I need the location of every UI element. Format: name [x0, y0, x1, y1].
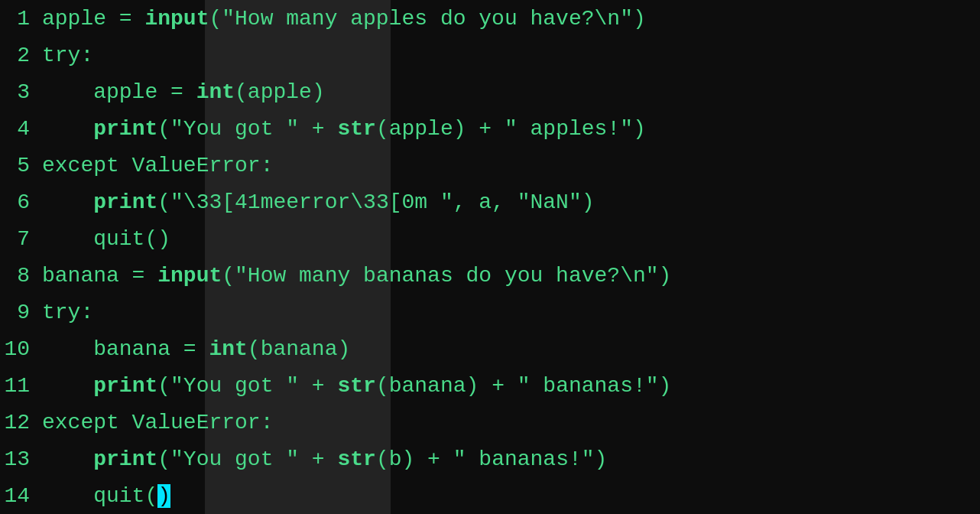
- table-row: 2 try:: [0, 37, 980, 73]
- table-row: 3 apple = int(apple): [0, 73, 980, 110]
- table-row: 1 apple = input("How many apples do you …: [0, 0, 980, 37]
- table-row: 7 quit(): [0, 220, 980, 257]
- line-number: 10: [0, 337, 42, 361]
- code-content: except ValueError:: [42, 411, 273, 434]
- code-editor: 1 apple = input("How many apples do you …: [0, 0, 980, 514]
- code-content: print("You got " + str(apple) + " apples…: [42, 117, 646, 141]
- line-number: 11: [0, 374, 42, 398]
- line-number: 8: [0, 264, 42, 288]
- line-number: 13: [0, 447, 42, 471]
- code-content: print("You got " + str(b) + " bananas!"): [42, 447, 607, 471]
- code-content: banana = input("How many bananas do you …: [42, 264, 671, 288]
- code-content: quit(): [42, 227, 170, 251]
- code-content: quit(): [42, 484, 170, 508]
- table-row: 12 except ValueError:: [0, 404, 980, 441]
- table-row: 8 banana = input("How many bananas do yo…: [0, 257, 980, 294]
- code-content: try:: [42, 301, 93, 324]
- line-number: 9: [0, 301, 42, 324]
- line-number: 6: [0, 190, 42, 214]
- code-content: print("\33[41meerror\33[0m ", a, "NaN"): [42, 190, 595, 214]
- table-row: 6 print("\33[41meerror\33[0m ", a, "NaN"…: [0, 184, 980, 220]
- code-content: try:: [42, 44, 93, 67]
- table-row: 13 print("You got " + str(b) + " bananas…: [0, 441, 980, 477]
- table-row: 10 banana = int(banana): [0, 330, 980, 367]
- line-number: 5: [0, 154, 42, 177]
- code-content: banana = int(banana): [42, 337, 350, 361]
- line-number: 4: [0, 117, 42, 141]
- table-row: 14 quit(): [0, 477, 980, 514]
- code-content: print("You got " + str(banana) + " banan…: [42, 374, 671, 398]
- line-number: 14: [0, 484, 42, 508]
- line-number: 2: [0, 44, 42, 67]
- line-number: 3: [0, 80, 42, 104]
- line-number: 12: [0, 411, 42, 434]
- code-content: except ValueError:: [42, 154, 273, 177]
- table-row: 9 try:: [0, 294, 980, 330]
- code-content: apple = int(apple): [42, 80, 325, 104]
- table-row: 5 except ValueError:: [0, 147, 980, 184]
- line-number: 1: [0, 7, 42, 31]
- code-content: apple = input("How many apples do you ha…: [42, 7, 646, 31]
- table-row: 11 print("You got " + str(banana) + " ba…: [0, 367, 980, 404]
- table-row: 4 print("You got " + str(apple) + " appl…: [0, 110, 980, 147]
- code-block[interactable]: 1 apple = input("How many apples do you …: [0, 0, 980, 514]
- line-number: 7: [0, 227, 42, 251]
